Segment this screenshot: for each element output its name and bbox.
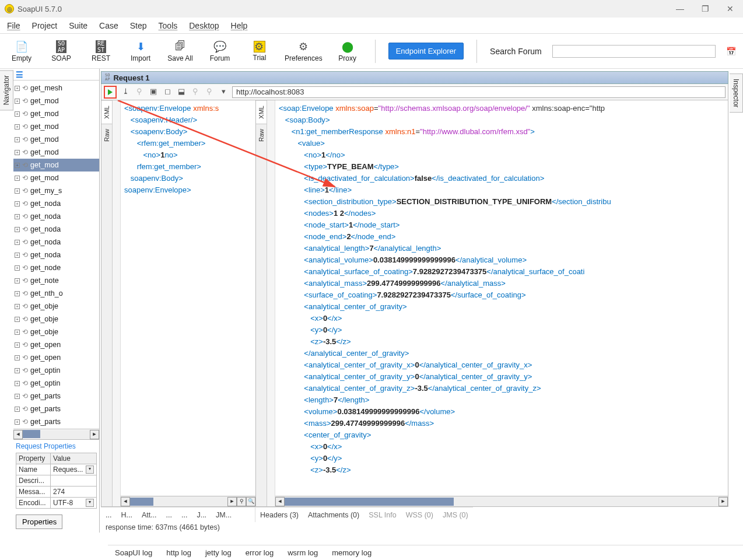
tree-item[interactable]: +⟲get_parts [13, 402, 99, 415]
tool-prefs[interactable]: ⚙Preferences [285, 40, 323, 62]
tree-item[interactable]: +⟲get_parts [13, 390, 99, 402]
tool-trial[interactable]: ⚙Trial [245, 41, 274, 62]
tree-item[interactable]: +⟲get_noda [13, 249, 99, 261]
table-row[interactable]: Messa...274 [16, 487, 97, 498]
menu-help[interactable]: Help [231, 21, 248, 30]
tool-rest[interactable]: RESTREST [86, 40, 115, 62]
tree-item[interactable]: +⟲get_noda [13, 197, 99, 210]
tree-item[interactable]: +⟲get_open [13, 338, 99, 351]
bottom-tab[interactable]: H... [121, 511, 132, 519]
menu-file[interactable]: File [7, 21, 20, 30]
response-xml-viewer[interactable]: <soap:Envelope xmlns:soap="http://schema… [275, 100, 728, 496]
log-tab[interactable]: SoapUI log [115, 548, 152, 557]
list-icon[interactable]: ☰ [16, 70, 23, 79]
tool-icon[interactable]: ⚲ [204, 87, 215, 97]
soap-icon: SOAP [56, 40, 66, 53]
close-button[interactable]: ✕ [727, 4, 734, 13]
request-tab[interactable]: SOAP Request 1 [101, 71, 728, 84]
tree-item[interactable]: +⟲get_parts [13, 415, 99, 428]
tree-item[interactable]: +⟲get_my_s [13, 184, 99, 197]
tree-item[interactable]: +⟲get_obje [13, 300, 99, 313]
tree-item[interactable]: +⟲get_node [13, 261, 99, 274]
tool-saveall[interactable]: 🗐Save All [166, 40, 195, 62]
tree-item[interactable]: +⟲get_open [13, 351, 99, 364]
tool-icon[interactable]: ⚲ [190, 87, 201, 97]
xml-tab[interactable]: XML [101, 100, 112, 124]
menu-step[interactable]: Step [130, 21, 147, 30]
stop-button[interactable]: ⤓ [120, 87, 131, 97]
tree-item[interactable]: +⟲get_nth_o [13, 287, 99, 300]
tree-item[interactable]: +⟲get_noda [13, 223, 99, 236]
run-button[interactable] [104, 86, 117, 99]
resp-hscroll[interactable]: ◄► [275, 496, 728, 506]
tree-item[interactable]: +⟲get_obje [13, 313, 99, 326]
tool-icon[interactable]: ▾ [218, 87, 229, 97]
maximize-button[interactable]: ❐ [702, 4, 709, 13]
bottom-tab[interactable]: JM... [216, 511, 232, 519]
inspector-tab[interactable]: Inspector [730, 74, 743, 113]
tree-item[interactable]: +⟲get_mod [13, 159, 99, 172]
tree-item[interactable]: +⟲get_mod [13, 94, 99, 107]
bottom-tab[interactable]: ... [106, 511, 111, 519]
navigator-tab[interactable]: Navigator [0, 70, 13, 110]
tool-icon[interactable]: ▣ [148, 87, 159, 97]
properties-button[interactable]: Properties [16, 514, 62, 529]
endpoint-explorer-button[interactable]: Endpoint Explorer [388, 43, 464, 60]
menu-tools[interactable]: Tools [159, 21, 178, 30]
bottom-tab[interactable]: Attachments (0) [308, 511, 359, 519]
search-forum-input[interactable] [552, 45, 716, 58]
calendar-icon[interactable]: 📅 [726, 47, 736, 56]
table-row[interactable]: Encodi...UTF-8▾ [16, 498, 97, 509]
menu-project[interactable]: Project [32, 21, 58, 30]
tool-empty[interactable]: 📄Empty [7, 40, 36, 62]
log-tab[interactable]: jetty log [205, 548, 232, 557]
log-tab[interactable]: memory log [332, 548, 372, 557]
raw-tab[interactable]: Raw [101, 124, 112, 146]
bottom-tab[interactable]: SSL Info [369, 511, 397, 519]
tree-hscroll[interactable]: ◄► [13, 429, 99, 439]
tree-item[interactable]: +⟲get_mod [13, 107, 99, 120]
tree-item[interactable]: +⟲get_mod [13, 133, 99, 146]
tree-item[interactable]: +⟲get_mod [13, 120, 99, 133]
xml-tab[interactable]: XML [256, 100, 267, 124]
tool-proxy[interactable]: ⬤Proxy [333, 40, 362, 62]
menu-case[interactable]: Case [99, 21, 118, 30]
tree-item[interactable]: +⟲get_mesh [13, 82, 99, 94]
menu-desktop[interactable]: Desktop [189, 21, 219, 30]
rest-icon: REST [96, 40, 106, 53]
bottom-tab[interactable]: Headers (3) [260, 511, 299, 519]
tree-item[interactable]: +⟲get_optin [13, 364, 99, 377]
log-tab[interactable]: error log [246, 548, 274, 557]
bottom-tab[interactable]: JMS (0) [443, 511, 468, 519]
tree-item[interactable]: +⟲get_note [13, 274, 99, 287]
tool-import[interactable]: ⬇Import [126, 40, 155, 62]
tree-item[interactable]: +⟲get_mod [13, 172, 99, 184]
log-tab[interactable]: wsrm log [288, 548, 318, 557]
tool-icon[interactable]: ⚲ [134, 87, 145, 97]
menu-suite[interactable]: Suite [69, 21, 87, 30]
log-tabs: SoapUI loghttp logjetty logerror logwsrm… [108, 545, 743, 560]
tree-item[interactable]: +⟲get_mod [13, 146, 99, 159]
tool-icon[interactable]: ⬓ [176, 87, 187, 97]
table-row[interactable]: Descri... [16, 475, 97, 487]
tool-soap[interactable]: SOAPSOAP [47, 40, 76, 62]
bottom-tab[interactable]: Att... [142, 511, 157, 519]
tree-item[interactable]: +⟲get_noda [13, 210, 99, 223]
raw-tab[interactable]: Raw [256, 124, 267, 146]
bottom-tab[interactable]: WSS (0) [406, 511, 433, 519]
log-tab[interactable]: http log [166, 548, 191, 557]
request-xml-editor[interactable]: <soapenv:Envelope xmlns:s <soapenv:Heade… [121, 100, 255, 496]
tree-item[interactable]: +⟲get_obje [13, 326, 99, 338]
tree-item[interactable]: +⟲get_optin [13, 377, 99, 390]
bottom-tab[interactable]: ... [181, 511, 187, 519]
minimize-button[interactable]: — [676, 4, 684, 13]
req-hscroll[interactable]: ◄►⚲🔍 [121, 496, 255, 506]
endpoint-url-input[interactable] [232, 86, 726, 98]
tool-forum[interactable]: 💬Forum [205, 40, 234, 62]
tree-item[interactable]: +⟲get_noda [13, 236, 99, 249]
bottom-tab[interactable]: J... [197, 511, 206, 519]
chat-icon: 💬 [213, 40, 226, 53]
tool-icon[interactable]: ◻ [162, 87, 173, 97]
table-row[interactable]: NameReques...▾ [16, 464, 97, 475]
bottom-tab[interactable]: ... [166, 511, 172, 519]
